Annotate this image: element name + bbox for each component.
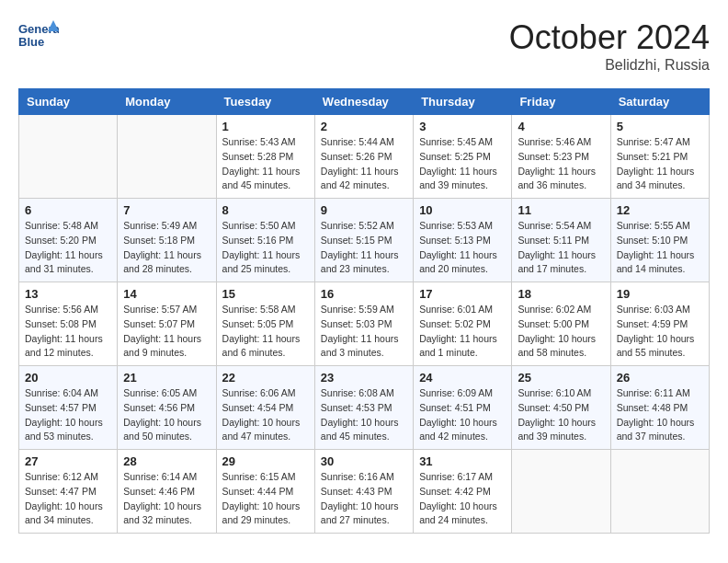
day-number: 11	[518, 203, 604, 217]
day-number: 25	[518, 371, 604, 385]
calendar-cell: 23Sunrise: 6:08 AMSunset: 4:53 PMDayligh…	[314, 366, 413, 450]
day-info: Sunrise: 6:08 AMSunset: 4:53 PMDaylight:…	[321, 386, 407, 444]
day-info: Sunrise: 6:17 AMSunset: 4:42 PMDaylight:…	[419, 470, 506, 528]
day-info: Sunrise: 5:46 AMSunset: 5:23 PMDaylight:…	[518, 135, 604, 193]
calendar-cell: 8Sunrise: 5:50 AMSunset: 5:16 PMDaylight…	[216, 199, 314, 282]
calendar-cell: 26Sunrise: 6:11 AMSunset: 4:48 PMDayligh…	[610, 366, 709, 450]
calendar-cell: 4Sunrise: 5:46 AMSunset: 5:23 PMDaylight…	[512, 115, 610, 199]
weekday-header: Sunday	[19, 89, 118, 115]
day-number: 19	[617, 287, 703, 301]
day-number: 27	[25, 454, 111, 468]
calendar-week-row: 13Sunrise: 5:56 AMSunset: 5:08 PMDayligh…	[19, 282, 710, 366]
day-number: 18	[518, 287, 604, 301]
weekday-header: Tuesday	[216, 89, 314, 115]
day-info: Sunrise: 6:15 AMSunset: 4:44 PMDaylight:…	[222, 470, 309, 528]
day-number: 2	[321, 120, 407, 133]
day-number: 13	[25, 287, 111, 301]
day-number: 4	[518, 120, 604, 133]
day-info: Sunrise: 6:12 AMSunset: 4:47 PMDaylight:…	[25, 470, 111, 528]
day-number: 6	[25, 203, 111, 217]
day-number: 14	[123, 287, 210, 301]
calendar-cell: 13Sunrise: 5:56 AMSunset: 5:08 PMDayligh…	[19, 282, 118, 366]
calendar-cell: 11Sunrise: 5:54 AMSunset: 5:11 PMDayligh…	[512, 199, 610, 282]
day-info: Sunrise: 5:55 AMSunset: 5:10 PMDaylight:…	[617, 219, 703, 277]
calendar-cell: 22Sunrise: 6:06 AMSunset: 4:54 PMDayligh…	[216, 366, 314, 450]
calendar-week-row: 6Sunrise: 5:48 AMSunset: 5:20 PMDaylight…	[19, 199, 710, 282]
day-info: Sunrise: 6:16 AMSunset: 4:43 PMDaylight:…	[321, 470, 407, 528]
calendar-week-row: 27Sunrise: 6:12 AMSunset: 4:47 PMDayligh…	[19, 450, 710, 534]
day-info: Sunrise: 5:54 AMSunset: 5:11 PMDaylight:…	[518, 219, 604, 277]
day-info: Sunrise: 6:02 AMSunset: 5:00 PMDaylight:…	[518, 303, 604, 361]
day-info: Sunrise: 5:50 AMSunset: 5:16 PMDaylight:…	[222, 219, 309, 277]
calendar-cell: 16Sunrise: 5:59 AMSunset: 5:03 PMDayligh…	[314, 282, 413, 366]
page-header: General Blue October 2024 Belidzhi, Russ…	[18, 18, 710, 74]
calendar-cell: 19Sunrise: 6:03 AMSunset: 4:59 PMDayligh…	[610, 282, 709, 366]
calendar-cell: 31Sunrise: 6:17 AMSunset: 4:42 PMDayligh…	[414, 450, 512, 534]
calendar-cell	[19, 115, 118, 199]
calendar-cell: 18Sunrise: 6:02 AMSunset: 5:00 PMDayligh…	[512, 282, 610, 366]
day-number: 12	[617, 203, 703, 217]
day-info: Sunrise: 6:09 AMSunset: 4:51 PMDaylight:…	[419, 386, 506, 444]
calendar-cell: 30Sunrise: 6:16 AMSunset: 4:43 PMDayligh…	[314, 450, 413, 534]
calendar-cell: 12Sunrise: 5:55 AMSunset: 5:10 PMDayligh…	[610, 199, 709, 282]
weekday-header: Thursday	[414, 89, 512, 115]
logo: General Blue	[18, 18, 63, 52]
weekday-header: Saturday	[610, 89, 709, 115]
day-number: 29	[222, 454, 309, 468]
day-info: Sunrise: 5:58 AMSunset: 5:05 PMDaylight:…	[222, 303, 309, 361]
month-title: October 2024	[509, 18, 710, 57]
day-number: 17	[419, 287, 506, 301]
weekday-header: Friday	[512, 89, 610, 115]
day-number: 28	[123, 454, 210, 468]
calendar-cell: 3Sunrise: 5:45 AMSunset: 5:25 PMDaylight…	[414, 115, 512, 199]
day-info: Sunrise: 5:45 AMSunset: 5:25 PMDaylight:…	[419, 135, 506, 193]
calendar-cell: 10Sunrise: 5:53 AMSunset: 5:13 PMDayligh…	[414, 199, 512, 282]
logo-icon: General Blue	[18, 18, 59, 52]
day-number: 8	[222, 203, 309, 217]
svg-text:Blue: Blue	[18, 35, 44, 49]
day-number: 1	[222, 120, 309, 133]
day-info: Sunrise: 5:48 AMSunset: 5:20 PMDaylight:…	[25, 219, 111, 277]
calendar-cell: 15Sunrise: 5:58 AMSunset: 5:05 PMDayligh…	[216, 282, 314, 366]
day-info: Sunrise: 5:59 AMSunset: 5:03 PMDaylight:…	[321, 303, 407, 361]
calendar-cell: 24Sunrise: 6:09 AMSunset: 4:51 PMDayligh…	[414, 366, 512, 450]
day-number: 3	[419, 120, 506, 133]
day-info: Sunrise: 6:01 AMSunset: 5:02 PMDaylight:…	[419, 303, 506, 361]
day-info: Sunrise: 6:10 AMSunset: 4:50 PMDaylight:…	[518, 386, 604, 444]
day-number: 23	[321, 371, 407, 385]
calendar-cell: 20Sunrise: 6:04 AMSunset: 4:57 PMDayligh…	[19, 366, 118, 450]
calendar-cell: 17Sunrise: 6:01 AMSunset: 5:02 PMDayligh…	[414, 282, 512, 366]
day-number: 24	[419, 371, 506, 385]
day-number: 31	[419, 454, 506, 468]
calendar-cell: 29Sunrise: 6:15 AMSunset: 4:44 PMDayligh…	[216, 450, 314, 534]
calendar-cell: 21Sunrise: 6:05 AMSunset: 4:56 PMDayligh…	[118, 366, 216, 450]
calendar-header-row: SundayMondayTuesdayWednesdayThursdayFrid…	[19, 89, 710, 115]
day-number: 21	[123, 371, 210, 385]
weekday-header: Monday	[118, 89, 216, 115]
day-info: Sunrise: 5:52 AMSunset: 5:15 PMDaylight:…	[321, 219, 407, 277]
day-info: Sunrise: 5:53 AMSunset: 5:13 PMDaylight:…	[419, 219, 506, 277]
calendar-cell: 6Sunrise: 5:48 AMSunset: 5:20 PMDaylight…	[19, 199, 118, 282]
day-number: 5	[617, 120, 703, 133]
day-number: 15	[222, 287, 309, 301]
day-info: Sunrise: 6:11 AMSunset: 4:48 PMDaylight:…	[617, 386, 703, 444]
day-number: 7	[123, 203, 210, 217]
day-info: Sunrise: 5:49 AMSunset: 5:18 PMDaylight:…	[123, 219, 210, 277]
calendar-cell: 25Sunrise: 6:10 AMSunset: 4:50 PMDayligh…	[512, 366, 610, 450]
title-block: October 2024 Belidzhi, Russia	[509, 18, 710, 74]
day-number: 10	[419, 203, 506, 217]
calendar-cell: 27Sunrise: 6:12 AMSunset: 4:47 PMDayligh…	[19, 450, 118, 534]
day-info: Sunrise: 5:43 AMSunset: 5:28 PMDaylight:…	[222, 135, 309, 193]
day-info: Sunrise: 6:04 AMSunset: 4:57 PMDaylight:…	[25, 386, 111, 444]
day-number: 30	[321, 454, 407, 468]
day-info: Sunrise: 6:06 AMSunset: 4:54 PMDaylight:…	[222, 386, 309, 444]
day-info: Sunrise: 6:05 AMSunset: 4:56 PMDaylight:…	[123, 386, 210, 444]
calendar-week-row: 1Sunrise: 5:43 AMSunset: 5:28 PMDaylight…	[19, 115, 710, 199]
day-number: 16	[321, 287, 407, 301]
day-number: 26	[617, 371, 703, 385]
calendar-cell: 2Sunrise: 5:44 AMSunset: 5:26 PMDaylight…	[314, 115, 413, 199]
calendar-cell: 28Sunrise: 6:14 AMSunset: 4:46 PMDayligh…	[118, 450, 216, 534]
calendar-cell	[512, 450, 610, 534]
calendar-cell	[118, 115, 216, 199]
calendar-table: SundayMondayTuesdayWednesdayThursdayFrid…	[18, 88, 710, 534]
